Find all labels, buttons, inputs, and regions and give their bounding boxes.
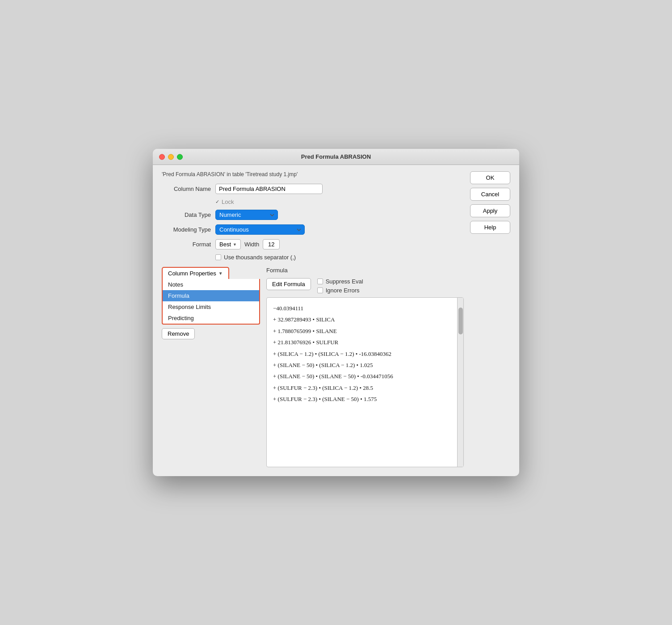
remove-button[interactable]: Remove (162, 328, 195, 339)
scrollbar-thumb (458, 308, 463, 334)
dropdown-item-predicting[interactable]: Predicting (163, 312, 259, 324)
formula-line-2: + 1.7880765099 • SILANE (273, 326, 457, 336)
suppress-eval-row: Suppress Eval (317, 278, 363, 285)
formula-scrollbar[interactable] (457, 298, 463, 467)
thousands-checkbox[interactable] (215, 254, 221, 260)
ignore-errors-checkbox[interactable] (317, 287, 323, 293)
column-properties-dropdown: Notes Formula Response Limits Predicting (162, 279, 260, 325)
formula-options: Suppress Eval Ignore Errors (317, 278, 363, 294)
formula-line-8: + (SULFUR − 2.3) • (SILANE − 50) • 1.575 (273, 394, 457, 404)
formula-line-1: + 32.987289493 • SILICA (273, 314, 457, 325)
maximize-button[interactable] (177, 154, 183, 160)
format-label: Format (162, 241, 211, 248)
formula-line-0: −40.0394111 (273, 303, 457, 313)
traffic-lights (159, 154, 183, 160)
modeling-type-label: Modeling Type (162, 226, 211, 233)
col-props-left: Column Properties Notes Formula Response… (162, 267, 260, 339)
format-controls: Best Width (215, 239, 280, 249)
window-title: Pred Formula ABRASION (301, 153, 371, 160)
modeling-type-row: Modeling Type Continuous Nominal Ordinal (162, 224, 464, 235)
formula-section: Formula Edit Formula Suppress Eval Ignor… (266, 267, 464, 467)
column-name-input[interactable] (215, 184, 323, 194)
main-window: Pred Formula ABRASION 'Pred Formula ABRA… (153, 149, 519, 476)
formula-line-3: + 21.813076926 • SULFUR (273, 337, 457, 347)
ignore-errors-label: Ignore Errors (326, 287, 360, 294)
help-button[interactable]: Help (470, 221, 510, 234)
main-area: 'Pred Formula ABRASION' in table 'Tiretr… (162, 171, 464, 467)
right-panel: OK Cancel Apply Help (470, 171, 510, 467)
close-button[interactable] (159, 154, 165, 160)
formula-display: −40.0394111 + 32.987289493 • SILICA + 1.… (266, 297, 464, 467)
data-type-label: Data Type (162, 211, 211, 218)
formula-display-inner: −40.0394111 + 32.987289493 • SILICA + 1.… (273, 303, 457, 461)
column-properties-button[interactable]: Column Properties (162, 267, 229, 279)
titlebar: Pred Formula ABRASION (153, 149, 519, 165)
column-properties-section: Column Properties Notes Formula Response… (162, 267, 464, 467)
edit-formula-button[interactable]: Edit Formula (266, 278, 311, 290)
formula-line-7: + (SULFUR − 2.3) • (SILICA − 1.2) • 28.5 (273, 383, 457, 393)
subtitle: 'Pred Formula ABRASION' in table 'Tiretr… (162, 171, 464, 177)
ignore-errors-row: Ignore Errors (317, 287, 363, 294)
dropdown-item-response-limits[interactable]: Response Limits (163, 301, 259, 312)
suppress-eval-checkbox[interactable] (317, 279, 323, 284)
apply-button[interactable]: Apply (470, 204, 510, 217)
formula-controls: Edit Formula Suppress Eval Ignore Errors (266, 278, 464, 294)
dropdown-item-notes[interactable]: Notes (163, 279, 259, 290)
formula-header: Formula (266, 267, 464, 274)
width-input[interactable] (263, 239, 280, 249)
cancel-button[interactable]: Cancel (470, 188, 510, 201)
lock-row: ✓ Lock (215, 198, 464, 205)
modeling-type-select[interactable]: Continuous Nominal Ordinal (215, 224, 305, 235)
thousands-label: Use thousands separator (,) (224, 254, 296, 261)
format-best-button[interactable]: Best (215, 239, 241, 249)
ok-button[interactable]: OK (470, 171, 510, 184)
suppress-eval-label: Suppress Eval (326, 278, 363, 285)
data-type-row: Data Type Numeric Character (162, 210, 464, 220)
lock-label: Lock (222, 198, 234, 205)
data-type-select[interactable]: Numeric Character (215, 210, 278, 220)
formula-line-5: + (SILANE − 50) • (SILICA − 1.2) • 1.025 (273, 360, 457, 370)
dropdown-item-formula[interactable]: Formula (163, 290, 259, 301)
width-label: Width (244, 241, 259, 248)
format-row: Format Best Width (162, 239, 464, 249)
formula-line-6: + (SILANE − 50) • (SILANE − 50) • -0.034… (273, 371, 457, 381)
main-content: 'Pred Formula ABRASION' in table 'Tiretr… (153, 165, 519, 476)
minimize-button[interactable] (168, 154, 174, 160)
column-name-row: Column Name (162, 184, 464, 194)
lock-checkmark: ✓ (215, 199, 219, 205)
formula-line-4: + (SILICA − 1.2) • (SILICA − 1.2) • -16.… (273, 349, 457, 359)
column-name-label: Column Name (162, 186, 211, 192)
thousands-row: Use thousands separator (,) (215, 254, 464, 261)
